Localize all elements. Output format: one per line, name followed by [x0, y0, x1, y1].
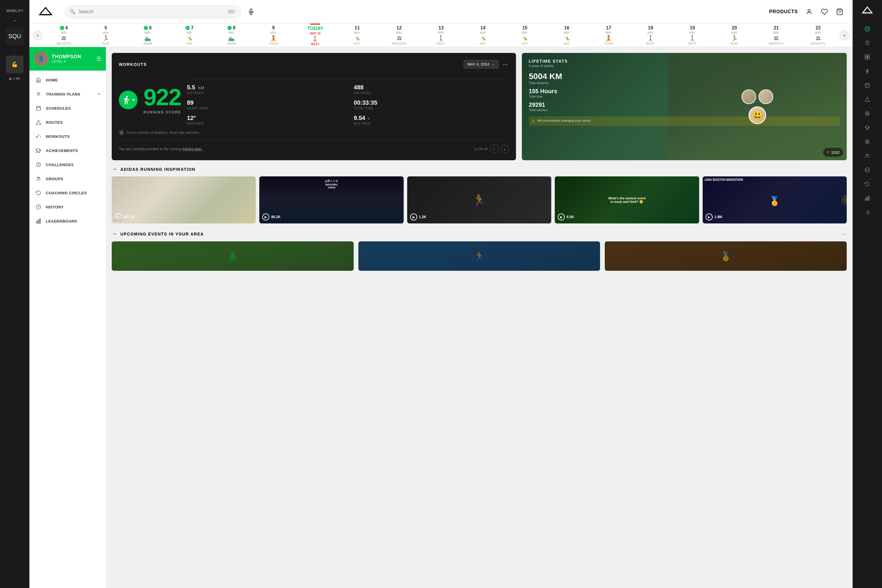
cal-day-21[interactable]: 21 MAY ⚖ WEIGHTS — [755, 24, 797, 46]
date-selector[interactable]: MAY 4, 2024 ⌄ — [464, 60, 499, 69]
wishlist-icon[interactable] — [820, 8, 828, 16]
cal-day-6[interactable]: ✓ 6 MAY 🏊 SWIM — [127, 24, 169, 46]
cal-day-19[interactable]: 19 MAY 🚶 REST — [672, 24, 714, 46]
cal-day-22[interactable]: 22 MAY ⚖ WEIGHTS — [797, 24, 839, 46]
cal-day-5[interactable]: 5 MAY 🏃 RUN — [85, 24, 127, 46]
right-run-icon[interactable] — [861, 65, 873, 77]
sidebar-label-training-plans: TRAINING PLANS — [46, 92, 94, 96]
content-area: 👤 THOMPSON LEVEL 4 ☰ — [29, 47, 853, 588]
calendar-next-btn[interactable]: › — [839, 30, 850, 40]
video-card-2[interactable]: 山手メトロWANJIRUTOKI0 ▶ 88.2K — [259, 176, 404, 224]
right-panel: ☰ — [853, 0, 882, 588]
sidebar-profile: 👤 THOMPSON LEVEL 4 ☰ — [29, 47, 106, 70]
cal-day-20[interactable]: 20 MAY 🏃 RUN — [714, 24, 756, 46]
adidas-logo[interactable] — [38, 6, 53, 17]
cal-day-11[interactable]: 11 MAY 🤸 HIIT — [336, 24, 378, 46]
activity-icon-btn[interactable]: ▾ — [119, 90, 138, 110]
plan-prev-btn[interactable]: ↑ — [490, 145, 498, 153]
main-scroll[interactable]: WORKOUTS MAY 4, 2024 ⌄ ··· — [106, 47, 853, 588]
cal-day-12[interactable]: 12 MAY ⚖ WEIGHTS — [378, 24, 420, 46]
cal-icon-20: 🏃 — [731, 35, 738, 42]
sidebar-item-history[interactable]: HISTORY — [29, 200, 106, 214]
user-icon[interactable] — [805, 8, 813, 16]
right-calendar-icon[interactable] — [861, 80, 873, 91]
sidebar-item-groups[interactable]: GROUPS — [29, 172, 106, 186]
svg-rect-23 — [868, 55, 870, 57]
cal-icon-13: 🚶 — [438, 35, 444, 42]
sidebar-item-schedules[interactable]: SCHEDULES — [29, 101, 106, 115]
left-panel-image2: 💪 — [6, 56, 24, 73]
svg-rect-22 — [865, 55, 867, 57]
cal-day-9[interactable]: 9 MAY 🧘 YOGA — [252, 24, 295, 46]
workouts-more-btn[interactable]: ··· — [502, 61, 509, 68]
cal-day-18[interactable]: 18 MAY 🚶 REST — [630, 24, 672, 46]
cal-day-7[interactable]: ✓ 7 MAY 🤸 HIIT — [169, 24, 211, 46]
cal-day-16[interactable]: 16 MAY 🤸 HIIT — [546, 24, 588, 46]
sidebar-label-routes: ROUTES — [46, 120, 100, 124]
main-content: 🔍 ⌘K PRODUCTS — [29, 0, 853, 588]
sidebar-item-challenges[interactable]: CHALLENGES — [29, 158, 106, 172]
svg-point-5 — [808, 9, 810, 12]
right-coaching-icon[interactable] — [861, 164, 873, 176]
calendar-prev-btn[interactable]: ‹ — [32, 30, 43, 40]
cal-day-8[interactable]: ✓ 8 MAY 🏊 SWIM — [210, 24, 252, 46]
right-settings-icon[interactable] — [861, 206, 873, 218]
right-groups-icon[interactable] — [861, 150, 873, 162]
svg-rect-25 — [865, 57, 867, 59]
events-section-title: → UPCOMING EVENTS IN YOUR AREA — [112, 231, 204, 237]
right-challenges-icon[interactable] — [861, 136, 873, 148]
cal-day-14[interactable]: 14 MAY 🤸 HIIT — [462, 24, 504, 46]
video-card-5[interactable]: 126th BOSTON MARATHON 🏅 ▶ 1.9M › — [703, 176, 847, 224]
sidebar-label-achievements: ACHIEVEMENTS — [46, 148, 100, 153]
right-menu-icon[interactable]: ☰ — [861, 37, 873, 49]
sidebar-label-schedules: SCHEDULES — [46, 106, 100, 111]
sidebar-item-coaching-circles[interactable]: COACHING CIRCLES — [29, 186, 106, 200]
search-input[interactable] — [78, 9, 224, 14]
sidebar-item-workouts[interactable]: WORKOUTS — [29, 129, 106, 144]
cal-day-today[interactable]: TODAY MAY 10 🚶 REST — [294, 24, 336, 47]
cal-day-13[interactable]: 13 MAY 🚶 REST — [420, 24, 462, 46]
svg-rect-17 — [36, 221, 38, 224]
workouts-card-header: WORKOUTS MAY 4, 2024 ⌄ ··· — [119, 60, 509, 69]
products-link[interactable]: PRODUCTS — [769, 9, 798, 14]
hamburger-button[interactable]: ☰ — [96, 56, 101, 62]
inspiration-section-header: → ADIDAS RUNNING INSPIRATION — [112, 166, 847, 172]
sidebar-label-workouts: WORKOUTS — [46, 134, 100, 139]
video-card-3[interactable]: 🏃 ▶ 1.2K — [407, 176, 551, 224]
cal-day-4[interactable]: ✓ 4 MAY ⚖ WEIGHTS — [43, 24, 85, 46]
right-workouts-icon[interactable] — [861, 108, 873, 119]
sidebar-item-achievements[interactable]: ACHIEVEMENTS — [29, 144, 106, 158]
right-routes-icon[interactable] — [861, 93, 873, 105]
right-check-icon — [861, 23, 873, 35]
video-card-4[interactable]: What's the easiest eventin track and fie… — [555, 176, 699, 224]
inspiration-arrow-icon: → — [112, 166, 118, 172]
sidebar-item-home[interactable]: HOME — [29, 73, 106, 87]
event-card-2[interactable]: 🏃 — [358, 242, 600, 271]
left-panel-arrow[interactable]: → — [10, 16, 19, 25]
lifetime-likes[interactable]: ♥ 1002 — [823, 148, 843, 157]
play-icon-5: ▶ — [706, 213, 712, 220]
right-home-icon[interactable] — [861, 51, 873, 63]
mic-button[interactable] — [247, 8, 255, 16]
cal-day-15[interactable]: 15 MAY 🤸 HIIT — [504, 24, 546, 46]
top-nav: 🔍 ⌘K PRODUCTS — [29, 0, 853, 24]
search-bar[interactable]: 🔍 ⌘K — [64, 5, 241, 18]
right-stats-icon[interactable] — [861, 192, 873, 204]
right-trophy-icon[interactable] — [861, 122, 873, 134]
cal-day-17[interactable]: 17 MAY 🧘 YOGA — [588, 24, 630, 46]
left-panel-arrow2[interactable]: → — [12, 47, 18, 53]
training-plan-link[interactable]: training plan. — [182, 147, 202, 151]
app-wrapper: MOBILITY → SQU → 💪 ▶ 1.9M 🔍 ⌘K — [0, 0, 882, 588]
sidebar-item-routes[interactable]: ROUTES — [29, 115, 106, 129]
events-more-btn[interactable]: ··· — [842, 231, 847, 237]
schedules-nav-icon — [35, 105, 42, 111]
video-card-1[interactable]: 2022 ▶ 887.2K — [112, 176, 256, 224]
right-history-icon[interactable] — [861, 178, 873, 190]
event-card-1[interactable]: 🌲 — [112, 242, 354, 271]
sidebar-item-training-plans[interactable]: TRAINING PLANS ▾ — [29, 87, 106, 101]
sidebar-item-leaderboard[interactable]: LEADERBOARD — [29, 214, 106, 228]
cart-icon[interactable] — [836, 8, 844, 16]
svg-point-35 — [868, 154, 869, 155]
plan-next-btn[interactable]: ↓ — [501, 145, 509, 153]
event-card-3[interactable]: 🏅 — [605, 242, 847, 271]
